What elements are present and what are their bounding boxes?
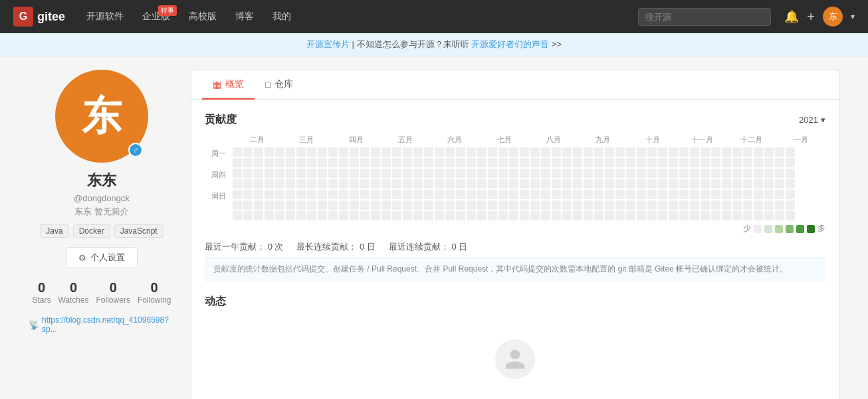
user-avatar[interactable]: 东 [823,7,843,27]
nav-mine[interactable]: 我的 [265,7,299,27]
nav-blog[interactable]: 博客 [227,7,262,27]
contribution-cell [467,211,476,220]
contribution-cell [296,147,306,157]
contribution-cell [786,200,795,210]
contribution-cell [562,200,572,210]
nav-opensource[interactable]: 开源软件 [78,7,132,27]
stat-watches[interactable]: 0 Watches [58,280,88,305]
search-input[interactable] [638,8,771,26]
contribution-cell [435,200,444,210]
contribution-cell [647,179,657,189]
contribution-cell [296,169,306,178]
year-selector[interactable]: 2021 ▾ [799,115,825,125]
contribution-cell [573,169,582,178]
stat-stars[interactable]: 0 Stars [32,280,51,305]
tab-overview-icon: ▦ [213,79,221,90]
month-jan: 一月 [776,135,825,145]
tag-java: Java [40,224,68,238]
settings-button[interactable]: ⚙ 个人设置 [66,247,138,268]
contribution-cell [584,158,593,167]
contribution-cell [669,190,678,199]
contribution-cell [594,158,603,167]
contribution-cell [488,190,497,199]
contribution-cell [350,169,359,178]
contribution-cell [594,169,603,178]
contribution-cell [615,200,625,210]
contribution-cell [296,211,306,220]
contribution-cell [328,211,338,220]
following-label: Following [138,295,171,305]
contribution-cell [467,169,476,178]
contribution-cell [233,169,242,178]
contribution-cell [403,169,412,178]
contribution-cell [605,147,614,157]
contribution-cell [690,158,699,167]
sidebar: 东 ♂ 东东 @dongdongck 东东 暂无简介 Java Docker J… [29,70,175,399]
stat-following[interactable]: 0 Following [138,280,171,305]
notification-icon[interactable]: 🔔 [784,9,799,24]
contribution-cell [307,190,316,199]
navbar-menu: 开源软件 企业版 特事 高校版 博客 我的 [78,7,625,27]
contribution-cell [381,169,391,178]
contribution-cell [254,169,263,178]
contribution-cell [254,158,263,167]
nav-university[interactable]: 高校版 [181,7,225,27]
contribution-cell [477,158,487,167]
contribution-cell [732,158,742,167]
contribution-cell [520,200,529,210]
row-label-thu: 周四 [205,170,230,179]
add-icon[interactable]: + [807,9,815,25]
contribution-cell [413,179,423,189]
contribution-cell [594,147,603,157]
contribution-cell [530,147,540,157]
contribution-cell [307,158,316,167]
contribution-cell [233,147,242,157]
contribution-cell [477,200,487,210]
contribution-cell [307,169,316,178]
announcement-link1[interactable]: 开源宣传片 [306,39,350,49]
contribution-cell [658,179,667,189]
contribution-cell [605,190,614,199]
contribution-cell [722,169,731,178]
contribution-cell [371,211,380,220]
announcement-link2[interactable]: 开源爱好者们的声音 [471,39,549,49]
contribution-cell [233,211,242,220]
contribution-cell [403,211,412,220]
logo[interactable]: G gitee [13,7,65,27]
contribution-cell [360,179,370,189]
contribution-cell [701,169,710,178]
contribution-cell [520,147,529,157]
contribution-cell [445,211,455,220]
contribution-cell [722,147,731,157]
contribution-cell [647,211,657,220]
contribution-cell [413,158,423,167]
settings-icon: ⚙ [78,253,86,263]
rss-icon: 📡 [29,320,39,330]
tab-repos[interactable]: □ 仓库 [255,70,304,100]
contribution-cell [498,200,508,210]
contribution-cell [637,211,646,220]
contribution-cell [328,200,338,210]
contribution-cell [233,158,242,167]
contribution-cell [488,169,497,178]
stat-followers[interactable]: 0 Followers [96,280,130,305]
contribution-cell [562,190,572,199]
contribution-cell [477,179,487,189]
contribution-cell [403,147,412,157]
contribution-cell [296,200,306,210]
contribution-cell [467,147,476,157]
stats-row: 0 Stars 0 Watches 0 Followers 0 Followin… [29,280,175,305]
tab-overview[interactable]: ▦ 概览 [202,70,255,100]
contribution-cell [626,158,635,167]
contribution-cell [488,211,497,220]
blog-link[interactable]: 📡 https://blog.csdn.net/qq_41096598?sp..… [29,315,175,334]
contribution-cell [381,179,391,189]
contribution-cell [669,179,678,189]
contribution-cell [456,190,465,199]
contribution-cell [679,158,689,167]
contribution-cell [552,211,561,220]
contribution-cell [722,158,731,167]
nav-enterprise[interactable]: 企业版 特事 [134,7,178,27]
contribution-cell [275,158,284,167]
user-dropdown-arrow[interactable]: ▾ [851,12,855,21]
